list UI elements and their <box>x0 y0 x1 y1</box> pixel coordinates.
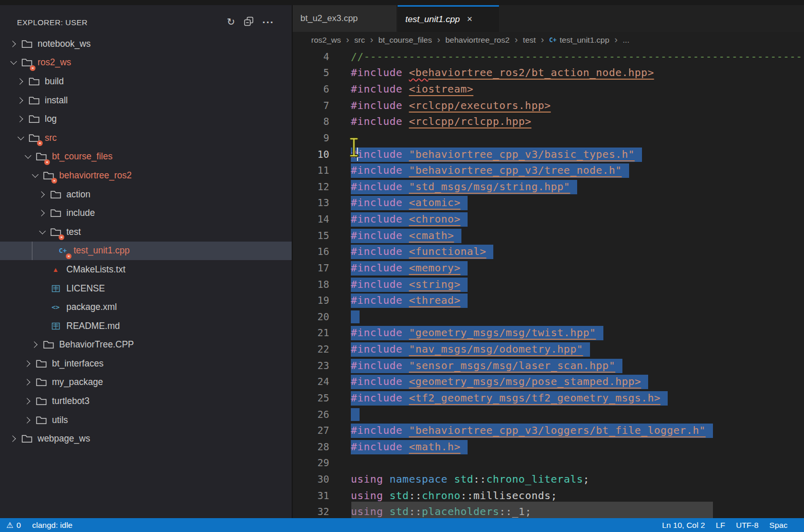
line-number[interactable]: 29 <box>293 457 329 468</box>
breadcrumb-item-ros2-ws[interactable]: ros2_ws <box>311 35 341 45</box>
code-line-9[interactable]: 9 <box>293 130 804 146</box>
code-line-20[interactable]: 20 <box>293 308 804 325</box>
code-line-30[interactable]: 30using namespace std::chrono_literals; <box>293 471 804 487</box>
tree-item-cmakelists-txt[interactable]: ▲CMakeLists.txt <box>0 260 292 279</box>
line-number[interactable]: 10 <box>293 149 329 160</box>
code-line-31[interactable]: 31using std::chrono::milliseconds; <box>293 487 804 504</box>
tab-bt-u2-ex3-cpp[interactable]: bt_u2_ex3.cpp <box>293 5 397 32</box>
line-number[interactable]: 5 <box>293 67 329 78</box>
line-number[interactable]: 24 <box>293 376 329 387</box>
problems-indicator[interactable]: ⚠ 0 <box>6 521 21 530</box>
tree-item-bt-interfaces[interactable]: bt_interfaces <box>0 354 292 373</box>
line-number[interactable]: 6 <box>293 83 329 95</box>
tree-item-install[interactable]: install <box>0 91 292 110</box>
line-number[interactable]: 31 <box>293 490 329 501</box>
tree-item-behaviortree-ros2[interactable]: ×behaviortree_ros2 <box>0 166 292 185</box>
code-line-11[interactable]: 11#include "behaviortree_cpp_v3/tree_nod… <box>293 162 804 178</box>
line-number[interactable]: 7 <box>293 100 329 111</box>
tree-item-webpage-ws[interactable]: webpage_ws <box>0 429 292 448</box>
code-line-21[interactable]: 21#include "geometry_msgs/msg/twist.hpp" <box>293 325 804 341</box>
line-number[interactable]: 18 <box>293 279 329 290</box>
tree-item-include[interactable]: include <box>0 204 292 223</box>
code-line-22[interactable]: 22#include "nav_msgs/msg/odometry.hpp" <box>293 341 804 357</box>
code-line-17[interactable]: 17#include <memory> <box>293 260 804 276</box>
code-line-13[interactable]: 13#include <atomic> <box>293 195 804 211</box>
code-line-15[interactable]: 15#include <cmath> <box>293 227 804 244</box>
breadcrumb-item-[interactable]: ... <box>623 35 630 45</box>
line-number[interactable]: 17 <box>293 262 329 273</box>
line-number[interactable]: 32 <box>293 506 329 517</box>
clangd-status[interactable]: clangd: idle <box>32 521 73 530</box>
line-number[interactable]: 22 <box>293 343 329 355</box>
tree-item-action[interactable]: action <box>0 185 292 204</box>
code-line-14[interactable]: 14#include <chrono> <box>293 211 804 227</box>
tree-item-license[interactable]: LICENSE <box>0 279 292 298</box>
more-actions-icon[interactable]: ··· <box>262 17 274 27</box>
indentation-indicator[interactable]: Spac <box>770 521 788 530</box>
line-number[interactable]: 25 <box>293 392 329 403</box>
code-line-6[interactable]: 6#include <iostream> <box>293 81 804 97</box>
line-number[interactable]: 23 <box>293 360 329 371</box>
line-number[interactable]: 12 <box>293 181 329 192</box>
code-line-26[interactable]: 26 <box>293 406 804 423</box>
code-line-23[interactable]: 23#include "sensor_msgs/msg/laser_scan.h… <box>293 357 804 374</box>
code-area[interactable]: 4//-------------------------------------… <box>293 48 804 518</box>
tree-item-utils[interactable]: utils <box>0 411 292 430</box>
line-number[interactable]: 8 <box>293 116 329 127</box>
code-line-27[interactable]: 27#include "behaviortree_cpp_v3/loggers/… <box>293 422 804 438</box>
line-number[interactable]: 13 <box>293 197 329 208</box>
tree-item-package-xml[interactable]: <>package.xml <box>0 298 292 317</box>
code-line-4[interactable]: 4//-------------------------------------… <box>293 48 804 65</box>
line-number[interactable]: 11 <box>293 164 329 176</box>
eol-indicator[interactable]: LF <box>716 521 725 530</box>
code-line-16[interactable]: 16#include <functional> <box>293 244 804 260</box>
tree-item-turtlebot3[interactable]: turtlebot3 <box>0 392 292 411</box>
line-number[interactable]: 15 <box>293 230 329 241</box>
tree-item-src[interactable]: ×src <box>0 129 292 148</box>
code-line-8[interactable]: 8#include <rclcpp/rclcpp.hpp> <box>293 114 804 130</box>
line-number[interactable]: 14 <box>293 213 329 225</box>
line-number[interactable]: 28 <box>293 441 329 452</box>
horizontal-scrollbar[interactable] <box>351 502 713 518</box>
code-line-5[interactable]: 5#include <behaviortree_ros2/bt_action_n… <box>293 65 804 81</box>
line-number[interactable]: 9 <box>293 132 329 143</box>
line-number[interactable]: 21 <box>293 327 329 338</box>
cursor-position[interactable]: Ln 10, Col 2 <box>662 521 705 530</box>
tree-item-bt-course-files[interactable]: ×bt_course_files <box>0 148 292 167</box>
breadcrumb-item-behaviortree-ros2[interactable]: behaviortree_ros2 <box>445 35 510 45</box>
code-line-18[interactable]: 18#include <string> <box>293 276 804 292</box>
code-line-25[interactable]: 25#include <tf2_geometry_msgs/tf2_geomet… <box>293 390 804 406</box>
tree-item-build[interactable]: build <box>0 72 292 91</box>
code-line-29[interactable]: 29 <box>293 455 804 471</box>
line-number[interactable]: 20 <box>293 311 329 322</box>
code-line-24[interactable]: 24#include <geometry_msgs/msg/pose_stamp… <box>293 374 804 390</box>
line-number[interactable]: 27 <box>293 425 329 436</box>
tree-item-readme-md[interactable]: README.md <box>0 317 292 336</box>
line-number[interactable]: 19 <box>293 295 329 306</box>
tree-item-test-unit1-cpp[interactable]: C+×test_unit1.cpp <box>0 242 292 261</box>
close-tab-icon[interactable]: × <box>467 14 473 25</box>
tree-item-test[interactable]: ×test <box>0 223 292 242</box>
tree-item-ros2-ws[interactable]: ×ros2_ws <box>0 53 292 72</box>
tree-item-log[interactable]: log <box>0 109 292 129</box>
code-line-28[interactable]: 28#include <math.h> <box>293 438 804 455</box>
code-line-10[interactable]: 10#include "behaviortree_cpp_v3/basic_ty… <box>293 146 804 162</box>
line-number[interactable]: 4 <box>293 51 329 62</box>
code-line-19[interactable]: 19#include <thread> <box>293 292 804 308</box>
tab-test-unit1-cpp[interactable]: test_unit1.cpp × <box>398 5 499 32</box>
breadcrumb-item-test[interactable]: test <box>523 35 536 45</box>
breadcrumb-item-test-unit1-cpp[interactable]: C+test_unit1.cpp <box>549 35 610 45</box>
breadcrumb-item-src[interactable]: src <box>354 35 365 45</box>
tree-item-notebook-ws[interactable]: notebook_ws <box>0 34 292 53</box>
code-line-7[interactable]: 7#include <rclcpp/executors.hpp> <box>293 97 804 114</box>
tree-item-behaviortree-cpp[interactable]: BehaviorTree.CPP <box>0 336 292 355</box>
encoding-indicator[interactable]: UTF-8 <box>736 521 759 530</box>
line-number[interactable]: 16 <box>293 246 329 257</box>
refresh-explorer-icon[interactable]: ↻ <box>227 17 235 27</box>
tree-item-my-package[interactable]: my_package <box>0 373 292 392</box>
collapse-folders-icon[interactable] <box>244 16 254 28</box>
line-number[interactable]: 30 <box>293 473 329 485</box>
line-number[interactable]: 26 <box>293 409 329 420</box>
code-line-12[interactable]: 12#include "std_msgs/msg/string.hpp" <box>293 178 804 195</box>
breadcrumb-item-bt-course-files[interactable]: bt_course_files <box>378 35 432 45</box>
